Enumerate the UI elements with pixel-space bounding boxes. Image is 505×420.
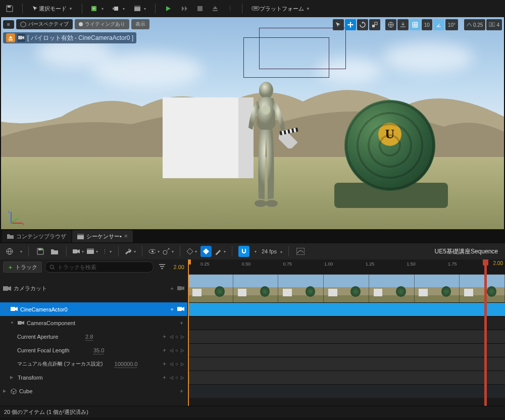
playback-options-button[interactable]: ▾	[163, 246, 174, 257]
end-marker[interactable]	[484, 259, 487, 406]
curve-editor-button[interactable]	[295, 246, 306, 257]
svg-text:+: +	[92, 6, 95, 11]
select-tool-icon[interactable]	[333, 19, 344, 30]
play-button[interactable]	[162, 3, 175, 15]
track-aperture[interactable]: Current Aperture 2.8 ＋◁○▷	[0, 330, 187, 343]
track-manual-focus[interactable]: マニュアル焦点距離 (フォーカス設定) 100000.0 ＋◁○▷	[0, 357, 187, 371]
lane-manual-focus[interactable]	[188, 357, 505, 371]
grid-snap-value[interactable]: 10	[422, 19, 432, 30]
perspective-dropdown[interactable]: パースペクティブ	[16, 19, 73, 29]
add-key-icon[interactable]: ○	[176, 334, 178, 339]
rotate-tool-icon[interactable]	[357, 19, 368, 30]
search-input[interactable]: トラックを検索	[45, 261, 154, 273]
actions-button[interactable]: ⋮▾	[101, 246, 112, 257]
plus-icon[interactable]: ＋	[169, 285, 175, 292]
svg-point-41	[152, 250, 154, 252]
panel-tabs: コンテンツブラウザ シーケンサー• ×	[0, 229, 505, 243]
camera-component-icon	[18, 321, 24, 326]
end-time[interactable]: 2.00	[493, 260, 503, 266]
viewport-menu-button[interactable]: ≡	[3, 20, 14, 29]
pilot-camera-icon[interactable]	[177, 306, 184, 312]
sequence-name: UE5基礎講座Sequence	[435, 247, 501, 256]
plus-icon[interactable]: ＋	[179, 319, 184, 327]
lane-cube[interactable]	[188, 384, 505, 398]
coord-space-icon[interactable]	[385, 19, 396, 30]
angle-snap-icon[interactable]	[433, 19, 444, 30]
marketplace-button[interactable]: ▾	[110, 3, 128, 15]
svg-rect-26	[372, 25, 375, 27]
lane-transform[interactable]	[188, 371, 505, 384]
cinematics-button[interactable]: ▾	[131, 3, 149, 15]
track-cube[interactable]: ▶ Cube ＋	[0, 384, 187, 398]
lane-aperture[interactable]	[188, 330, 505, 343]
viewport-layout-button[interactable]: 4	[486, 19, 502, 30]
wrench-button[interactable]: ▾	[125, 246, 136, 257]
plus-icon[interactable]: ＋	[162, 333, 167, 340]
translate-tool-icon[interactable]	[345, 19, 356, 30]
angle-snap-value[interactable]: 10°	[445, 19, 458, 30]
save-sequence-button[interactable]	[35, 246, 46, 257]
svg-rect-5	[134, 7, 140, 11]
select-mode-dropdown[interactable]: 選択モード ▼	[29, 3, 76, 15]
tab-content-browser[interactable]: コンテンツブラウザ	[2, 230, 71, 242]
track-camera-cuts[interactable]: カメラカット ＋	[0, 275, 187, 302]
lane-focal[interactable]	[188, 343, 505, 357]
plus-icon[interactable]: ＋	[169, 305, 175, 313]
viewport[interactable]: U zxy ≡ パースペクティブ	[0, 17, 505, 229]
pilot-eject-icon[interactable]	[6, 33, 15, 42]
world-button[interactable]	[4, 246, 15, 257]
save-button[interactable]	[3, 3, 16, 15]
stop-button[interactable]	[194, 3, 206, 15]
camera-cut-thumbnails[interactable]	[188, 275, 505, 302]
lighting-dropdown[interactable]: ライティングあり	[75, 19, 129, 29]
svg-text:x: x	[22, 222, 24, 226]
play-options-button[interactable]: ⋮	[224, 3, 236, 15]
grid-snap-icon[interactable]	[410, 19, 421, 30]
playhead[interactable]	[188, 259, 189, 406]
key-interp-button[interactable]: ▾	[186, 246, 197, 257]
lane-cinecamera[interactable]	[188, 302, 505, 316]
fps-dropdown[interactable]: 24 fps ▾	[262, 248, 282, 254]
track-camera-component[interactable]: ▼ CameraComponent ＋	[0, 316, 187, 330]
track-transform[interactable]: ▶ Transform ＋◁○▷	[0, 371, 187, 384]
lock-camera-icon[interactable]	[177, 286, 184, 291]
view-options-button[interactable]: ▾	[148, 246, 160, 257]
show-dropdown[interactable]: 表示	[131, 19, 149, 29]
skip-button[interactable]	[178, 3, 191, 15]
camera-actor-icon	[11, 306, 18, 312]
svg-text:z: z	[8, 210, 10, 214]
pilot-status-bar[interactable]: [ パイロット有効 - CineCameraActor0 ]	[3, 32, 136, 43]
svg-point-42	[163, 250, 167, 254]
next-key-icon[interactable]: ▷	[181, 334, 184, 339]
snap-button[interactable]	[238, 246, 249, 257]
sequencer-toolbar: ▾ ▾ ▾ ⋮▾ ▾ ▾ ▾ ▾ ▾ ▾ 24 fps ▾ UE5基礎講座Seq…	[0, 243, 505, 259]
svg-rect-32	[77, 235, 84, 239]
timeline-ruler[interactable]: 0.25 0.50 0.75 1.00 1.25 1.50 1.75 2.00	[188, 259, 505, 275]
eject-button[interactable]	[209, 3, 221, 15]
prev-key-icon[interactable]: ◁	[170, 334, 173, 339]
add-content-button[interactable]: + ▾	[88, 3, 107, 15]
tab-sequencer[interactable]: シーケンサー• ×	[72, 230, 133, 242]
svg-rect-6	[134, 6, 140, 7]
create-camera-button[interactable]: ▾	[73, 246, 84, 257]
pilot-camera-icon[interactable]	[17, 34, 25, 42]
auto-key-button[interactable]	[200, 246, 212, 257]
surface-snap-icon[interactable]	[397, 19, 409, 30]
edit-tool-button[interactable]: ▾	[215, 246, 226, 257]
sequencer-timeline[interactable]: 0.25 0.50 0.75 1.00 1.25 1.50 1.75 2.00	[188, 259, 505, 406]
viewport-scene: U zxy	[1, 17, 504, 229]
svg-rect-9	[254, 8, 258, 9]
filter-button[interactable]	[157, 261, 168, 273]
camera-speed[interactable]: 0.25	[464, 19, 485, 30]
close-icon[interactable]: ×	[124, 233, 128, 240]
scale-tool-icon[interactable]	[369, 19, 380, 30]
lane-camera-component[interactable]	[188, 316, 505, 330]
track-cinecamera[interactable]: ▼ CineCameraActor0 ＋	[0, 302, 187, 316]
platform-dropdown[interactable]: プラットフォーム ▼	[248, 3, 313, 15]
render-button[interactable]: ▾	[87, 246, 98, 257]
add-track-button[interactable]: ＋トラック	[3, 261, 42, 273]
start-time[interactable]: 2.00	[174, 264, 184, 270]
browse-button[interactable]	[49, 246, 60, 257]
track-focal-length[interactable]: Current Focal Length 35.0 ＋◁○▷	[0, 343, 187, 357]
svg-rect-43	[296, 248, 305, 255]
